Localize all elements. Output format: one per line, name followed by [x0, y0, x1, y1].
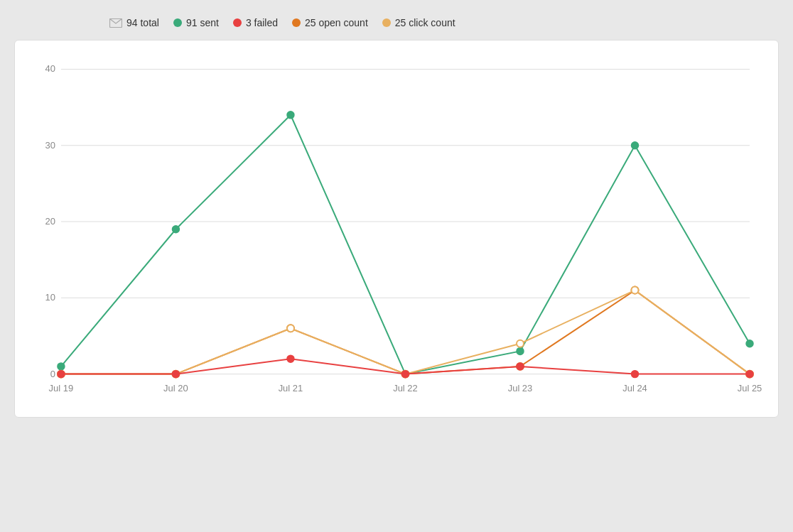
svg-point-36: [517, 340, 524, 347]
legend-label-click_count: 25 click count: [395, 17, 455, 28]
svg-text:Jul 19: Jul 19: [49, 383, 74, 393]
svg-point-43: [517, 363, 524, 370]
legend-icon-sent: [173, 18, 182, 27]
svg-point-24: [746, 340, 753, 347]
legend-item-total: 94 total: [109, 17, 159, 28]
svg-text:30: 30: [45, 140, 55, 151]
chart-svg: 403020100Jul 19Jul 20Jul 21Jul 22Jul 23J…: [29, 55, 764, 410]
svg-point-18: [58, 363, 65, 370]
chart-area: 403020100Jul 19Jul 20Jul 21Jul 22Jul 23J…: [29, 55, 764, 410]
svg-point-41: [287, 355, 294, 362]
svg-point-40: [172, 371, 179, 378]
svg-point-45: [746, 371, 753, 378]
legend-icon-failed: [233, 18, 242, 27]
svg-text:Jul 24: Jul 24: [622, 383, 647, 393]
svg-text:0: 0: [50, 369, 55, 379]
svg-point-44: [632, 371, 639, 378]
svg-point-19: [172, 226, 179, 233]
svg-text:Jul 21: Jul 21: [279, 383, 303, 393]
svg-text:40: 40: [45, 63, 55, 74]
legend-item-open_count: 25 open count: [292, 17, 368, 28]
svg-text:20: 20: [45, 216, 55, 227]
svg-point-22: [517, 347, 524, 354]
legend-label-total: 94 total: [126, 17, 159, 28]
svg-text:Jul 25: Jul 25: [738, 383, 762, 393]
legend-icon-total: [109, 18, 122, 28]
svg-point-34: [287, 325, 294, 332]
legend-label-sent: 91 sent: [186, 17, 219, 28]
legend-label-open_count: 25 open count: [305, 17, 368, 28]
svg-point-42: [401, 371, 409, 378]
legend-item-click_count: 25 click count: [382, 17, 455, 28]
chart-legend: 94 total91 sent3 failed25 open count25 c…: [109, 14, 455, 28]
svg-point-37: [632, 287, 639, 294]
legend-icon-click_count: [382, 18, 391, 27]
legend-label-failed: 3 failed: [246, 17, 278, 28]
svg-point-23: [632, 142, 639, 149]
svg-point-20: [287, 112, 294, 119]
main-container: 94 total91 sent3 failed25 open count25 c…: [14, 14, 779, 418]
svg-text:Jul 23: Jul 23: [508, 383, 533, 393]
svg-text:Jul 22: Jul 22: [393, 383, 418, 393]
svg-point-39: [58, 371, 65, 378]
chart-header: 94 total91 sent3 failed25 open count25 c…: [14, 14, 779, 28]
legend-icon-open_count: [292, 18, 301, 27]
svg-text:10: 10: [45, 292, 55, 303]
chart-container: 403020100Jul 19Jul 20Jul 21Jul 22Jul 23J…: [14, 40, 779, 418]
svg-text:Jul 20: Jul 20: [163, 383, 188, 393]
legend-item-sent: 91 sent: [173, 17, 219, 28]
legend-item-failed: 3 failed: [233, 17, 278, 28]
